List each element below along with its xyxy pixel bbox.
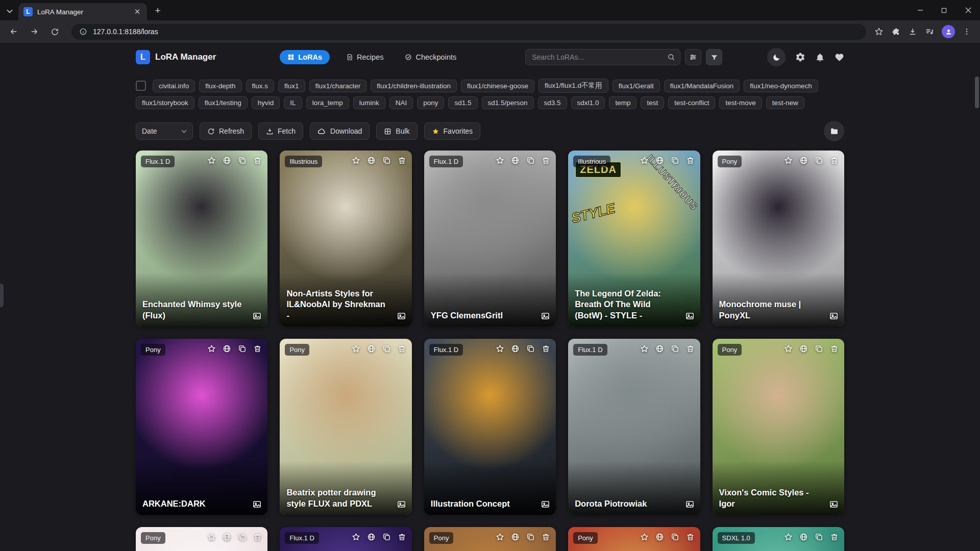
copy-icon[interactable] [815, 156, 823, 165]
copy-icon[interactable] [815, 533, 823, 541]
tag-filter[interactable]: temp [609, 96, 636, 109]
copy-icon[interactable] [671, 533, 679, 541]
nav-tab-loras[interactable]: LoRAs [280, 50, 330, 64]
tag-filter[interactable]: flux1/Geralt [612, 80, 660, 92]
preview-image-icon[interactable] [397, 311, 406, 321]
bulk-button[interactable]: Bulk [376, 122, 417, 140]
copy-icon[interactable] [526, 533, 535, 541]
favorite-star-icon[interactable] [496, 156, 504, 165]
delete-trash-icon[interactable] [686, 344, 695, 353]
copy-icon[interactable] [671, 344, 679, 353]
favorite-star-icon[interactable] [640, 344, 649, 353]
favorite-star-icon[interactable] [207, 344, 216, 353]
new-tab-button[interactable]: + [150, 3, 165, 18]
favorite-star-icon[interactable] [207, 156, 216, 165]
lora-card[interactable]: Flux.1 D YFG ClemensGritl [424, 151, 556, 327]
nav-tab-checkpoints[interactable]: Checkpoints [400, 50, 461, 64]
delete-trash-icon[interactable] [686, 156, 695, 165]
civitai-globe-icon[interactable] [511, 533, 520, 541]
favorite-star-icon[interactable] [496, 533, 504, 541]
tag-filter[interactable]: flux1/flux1.d不常用 [538, 79, 608, 93]
downloads-icon[interactable] [908, 27, 917, 36]
search-icon[interactable] [667, 53, 675, 61]
copy-icon[interactable] [238, 156, 247, 165]
tag-filter[interactable]: sd1.5/person [482, 96, 534, 109]
tag-filter[interactable]: test-conflict [668, 96, 715, 109]
tag-filter[interactable]: flux-depth [199, 80, 241, 92]
tag-filter[interactable]: flux1/MandalaFusion [664, 80, 740, 92]
settings-gear-icon[interactable] [795, 52, 805, 62]
browser-menu-icon[interactable] [963, 28, 971, 36]
search-input[interactable] [532, 53, 667, 61]
civitai-globe-icon[interactable] [799, 533, 808, 541]
lora-card[interactable]: Pony Vixon's Comic Styles - Igor [713, 339, 844, 515]
tag-filter[interactable]: flux1 [278, 80, 305, 92]
tag-filter[interactable]: lora_temp [306, 96, 349, 109]
delete-trash-icon[interactable] [830, 156, 839, 165]
tag-filter[interactable]: test-new [766, 96, 804, 109]
civitai-globe-icon[interactable] [799, 344, 808, 353]
lora-card[interactable]: Flux.1 D Illustration Concept [424, 339, 556, 515]
nav-tab-recipes[interactable]: Recipes [341, 50, 388, 64]
preview-image-icon[interactable] [829, 499, 839, 509]
copy-icon[interactable] [526, 156, 535, 165]
lora-card[interactable]: Pony [568, 527, 700, 551]
browser-tab[interactable]: L LoRA Manager ✕ [18, 3, 147, 20]
notifications-bell-icon[interactable] [815, 53, 825, 62]
preview-image-icon[interactable] [541, 311, 550, 321]
delete-trash-icon[interactable] [253, 156, 262, 165]
side-panel-handle[interactable] [0, 284, 4, 307]
window-close-button[interactable] [956, 0, 980, 20]
tag-filter[interactable]: flux1/neo-dynomech [744, 80, 818, 92]
copy-icon[interactable] [238, 344, 247, 353]
copy-icon[interactable] [382, 533, 391, 541]
filter-button[interactable] [706, 49, 722, 65]
lora-card[interactable]: Flux.1 D Dorota Piotrowiak [568, 339, 700, 515]
civitai-globe-icon[interactable] [511, 344, 520, 353]
civitai-globe-icon[interactable] [223, 156, 231, 165]
page-scrollbar[interactable] [975, 77, 979, 108]
tag-filter[interactable]: IL [284, 96, 302, 109]
preview-image-icon[interactable] [397, 499, 406, 509]
favorite-star-icon[interactable] [640, 533, 649, 541]
lora-card[interactable]: Illustrious ZELDA STYLE ILLUSTRIOUS The … [568, 151, 700, 327]
search-box[interactable] [525, 49, 680, 65]
tag-filter[interactable]: NAI [389, 96, 413, 109]
tag-filter[interactable]: flux1/character [309, 80, 367, 92]
tag-filter[interactable]: hyvid [252, 96, 280, 109]
delete-trash-icon[interactable] [830, 344, 839, 353]
favorite-star-icon[interactable] [784, 533, 793, 541]
reload-icon[interactable] [46, 23, 63, 40]
favorite-star-icon[interactable] [207, 533, 216, 541]
preview-image-icon[interactable] [829, 311, 839, 321]
lora-card[interactable]: SDXL 1.0 [713, 527, 844, 551]
civitai-globe-icon[interactable] [655, 533, 664, 541]
delete-trash-icon[interactable] [398, 156, 406, 165]
civitai-globe-icon[interactable] [655, 156, 664, 165]
delete-trash-icon[interactable] [398, 533, 406, 541]
copy-icon[interactable] [526, 344, 535, 353]
address-bar[interactable]: 127.0.0.1:8188/loras [71, 24, 866, 40]
copy-icon[interactable] [238, 533, 247, 541]
site-info-icon[interactable] [79, 28, 87, 36]
lora-card[interactable]: Pony [424, 527, 556, 551]
favorite-star-icon[interactable] [496, 344, 504, 353]
lora-card[interactable]: Illustrious Non-Artists Styles for IL&No… [280, 151, 411, 327]
civitai-globe-icon[interactable] [223, 533, 231, 541]
delete-trash-icon[interactable] [398, 344, 406, 353]
civitai-globe-icon[interactable] [799, 156, 808, 165]
tag-filter[interactable]: flux1/children-illustration [371, 80, 457, 92]
tag-filter[interactable]: civitai.info [153, 80, 195, 92]
window-maximize-button[interactable] [932, 0, 956, 20]
lora-card[interactable]: Flux.1 D [280, 527, 411, 551]
tab-search-chevron-icon[interactable] [3, 5, 16, 17]
civitai-globe-icon[interactable] [511, 156, 520, 165]
civitai-globe-icon[interactable] [367, 344, 376, 353]
tag-filter[interactable]: sdxl1.0 [571, 96, 605, 109]
delete-trash-icon[interactable] [542, 156, 550, 165]
lora-card[interactable]: Pony Beatrix potter drawing style FLUX a… [280, 339, 411, 515]
theme-toggle-button[interactable] [767, 48, 786, 66]
civitai-globe-icon[interactable] [223, 344, 231, 353]
tag-filter[interactable]: pony [417, 96, 444, 109]
tag-filter[interactable]: test-move [719, 96, 762, 109]
